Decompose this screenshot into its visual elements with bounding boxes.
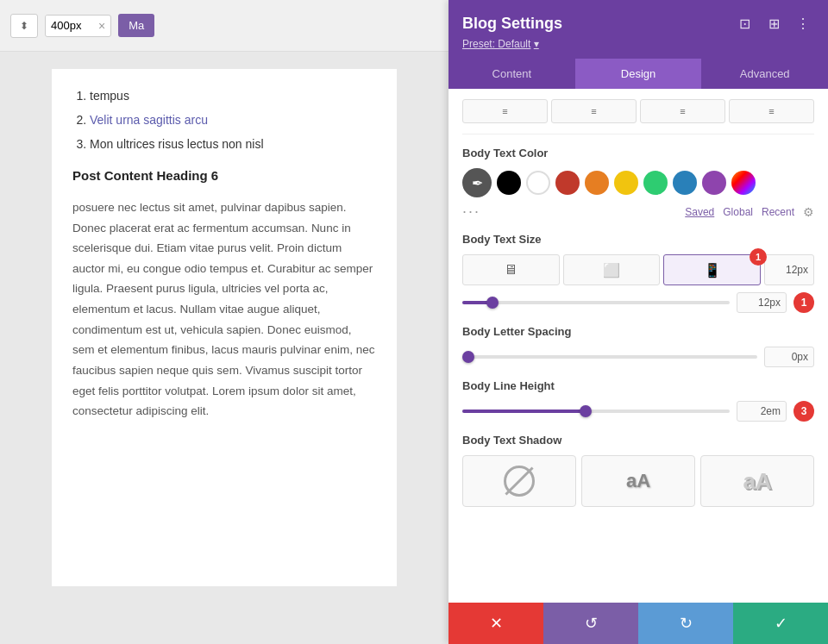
redo-button[interactable]: ↻ xyxy=(638,603,733,644)
content-list: tempus Velit urna sagittis arcu Mon ultr… xyxy=(90,86,376,154)
text-size-value[interactable] xyxy=(764,254,814,285)
mobile-device-btn[interactable]: 📱 1 xyxy=(663,254,761,285)
align-left-btn[interactable]: ≡ xyxy=(462,99,548,123)
panel-title: Blog Settings xyxy=(462,15,562,33)
shadow-options: aA aA xyxy=(462,455,814,507)
letter-spacing-section: Body Letter Spacing xyxy=(462,325,814,367)
tab-design-label: Design xyxy=(621,67,656,80)
shadow-raised-text: aA xyxy=(626,470,650,492)
columns-icon[interactable]: ⊞ xyxy=(762,12,785,34)
color-swatch-green[interactable] xyxy=(643,171,668,195)
list-item-link[interactable]: Velit urna sagittis arcu xyxy=(90,113,208,127)
list-item-text: Mon ultrices risus lectus non nisl xyxy=(90,137,264,151)
cancel-button[interactable]: ✕ xyxy=(448,603,543,644)
text-size-badge: 1 xyxy=(794,292,814,313)
more-options-icon[interactable]: ⋮ xyxy=(792,12,814,34)
text-shadow-section: Body Text Shadow aA aA xyxy=(462,434,814,507)
panel-header-top: Blog Settings ⊡ ⊞ ⋮ xyxy=(462,12,814,34)
saved-link[interactable]: Saved xyxy=(685,206,714,218)
tab-advanced-label: Advanced xyxy=(740,67,790,80)
toolbar-size-input[interactable]: × xyxy=(45,15,111,37)
slider-thumb[interactable] xyxy=(486,297,499,309)
post-paragraph: posuere nec lectus sit amet, pulvinar da… xyxy=(72,197,376,422)
letter-spacing-slider[interactable] xyxy=(462,355,757,359)
tab-content[interactable]: Content xyxy=(448,59,575,89)
preset-label: Preset: Default xyxy=(462,38,530,50)
color-section: Body Text Color ✒ ··· Saved Global Rec xyxy=(462,147,814,221)
line-height-slider-row: 3 xyxy=(462,401,814,422)
line-height-section: Body Line Height 3 xyxy=(462,379,814,422)
list-item: Velit urna sagittis arcu xyxy=(90,110,376,131)
panel-footer: ✕ ↺ ↻ ✓ xyxy=(448,603,828,644)
color-section-label: Body Text Color xyxy=(462,147,814,159)
desktop-device-btn[interactable]: 🖥 xyxy=(462,254,560,285)
device-row: 🖥 ⬜ 📱 1 xyxy=(462,254,814,285)
editor-area: × Ma ⋮ tempus Velit urna sagittis arcu M… xyxy=(0,0,448,644)
text-size-section: Body Text Size 🖥 ⬜ 📱 1 xyxy=(462,233,814,313)
line-height-label: Body Line Height xyxy=(462,379,814,392)
color-swatch-yellow[interactable] xyxy=(614,171,638,195)
color-swatches: ✒ xyxy=(462,168,814,197)
color-swatch-orange[interactable] xyxy=(585,171,609,195)
recent-link[interactable]: Recent xyxy=(762,206,794,218)
slider-track xyxy=(462,301,730,304)
text-size-slider[interactable] xyxy=(462,301,730,304)
clear-size-button[interactable]: × xyxy=(93,16,110,36)
align-center-btn[interactable]: ≡ xyxy=(551,99,637,123)
alignment-row: ≡ ≡ ≡ ≡ xyxy=(462,99,814,134)
toolbar-spinner[interactable] xyxy=(10,14,38,38)
editor-content-wrap: ⋮ tempus Velit urna sagittis arcu Mon ul… xyxy=(0,52,448,644)
line-height-value[interactable] xyxy=(737,401,787,422)
preset-arrow-icon: ▾ xyxy=(534,38,539,50)
letter-spacing-slider-row xyxy=(462,347,814,367)
align-justify-btn[interactable]: ≡ xyxy=(729,99,814,123)
text-size-label: Body Text Size xyxy=(462,233,814,246)
mobile-badge: 1 xyxy=(750,248,767,266)
gradient-button[interactable] xyxy=(731,171,756,195)
color-swatch-blue[interactable] xyxy=(673,171,697,195)
fullscreen-icon[interactable]: ⊡ xyxy=(733,12,756,34)
letter-spacing-value[interactable] xyxy=(764,347,814,367)
list-item-text: tempus xyxy=(90,89,129,103)
text-size-slider-row: 1 xyxy=(462,292,814,313)
panel-header: Blog Settings ⊡ ⊞ ⋮ Preset: Default ▾ xyxy=(448,0,828,59)
color-settings-gear-icon[interactable]: ⚙ xyxy=(803,205,814,219)
slider-track xyxy=(462,355,757,359)
tablet-device-btn[interactable]: ⬜ xyxy=(563,254,661,285)
desktop-icon: 🖥 xyxy=(504,262,518,278)
global-link[interactable]: Global xyxy=(723,206,753,218)
save-button[interactable]: ✓ xyxy=(733,603,828,644)
slider-fill xyxy=(462,410,583,413)
ma-button[interactable]: Ma xyxy=(118,14,154,37)
tab-design[interactable]: Design xyxy=(575,59,702,89)
shadow-none-option[interactable] xyxy=(462,455,576,507)
tab-content-label: Content xyxy=(492,67,532,80)
no-shadow-icon xyxy=(504,466,535,497)
eyedropper-button[interactable]: ✒ xyxy=(462,168,492,197)
slider-thumb[interactable] xyxy=(462,351,474,363)
panel-preset[interactable]: Preset: Default ▾ xyxy=(462,38,814,50)
reset-button[interactable]: ↺ xyxy=(543,603,638,644)
page-content: tempus Velit urna sagittis arcu Mon ultr… xyxy=(52,69,397,586)
color-swatch-red[interactable] xyxy=(555,171,580,195)
line-height-slider[interactable] xyxy=(462,410,730,413)
post-heading: Post Content Heading 6 xyxy=(72,165,376,187)
align-right-btn[interactable]: ≡ xyxy=(640,99,725,123)
tablet-icon: ⬜ xyxy=(603,262,620,278)
slider-thumb[interactable] xyxy=(580,405,592,417)
settings-panel: Blog Settings ⊡ ⊞ ⋮ Preset: Default ▾ Co… xyxy=(448,0,828,644)
color-swatch-purple[interactable] xyxy=(702,171,726,195)
shadow-flat-option[interactable]: aA xyxy=(700,455,814,507)
editor-toolbar: × Ma xyxy=(0,0,448,52)
tab-advanced[interactable]: Advanced xyxy=(701,59,828,89)
eyedropper-icon: ✒ xyxy=(472,175,483,191)
size-input[interactable] xyxy=(46,16,93,35)
text-size-value-right[interactable] xyxy=(737,292,787,313)
letter-spacing-label: Body Letter Spacing xyxy=(462,325,814,338)
color-swatch-black[interactable] xyxy=(497,171,521,195)
shadow-raised-option[interactable]: aA xyxy=(581,455,695,507)
line-height-badge: 3 xyxy=(794,401,814,422)
resize-left-icon: ⋮ xyxy=(0,340,1,356)
text-shadow-label: Body Text Shadow xyxy=(462,434,814,447)
color-swatch-white[interactable] xyxy=(526,171,550,195)
